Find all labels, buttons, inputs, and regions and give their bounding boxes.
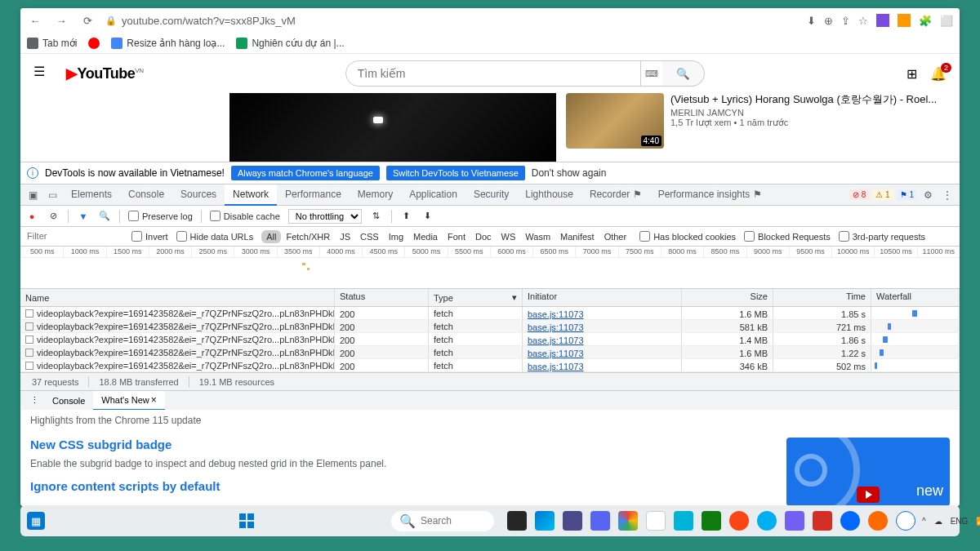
tab-performance-insights-[interactable]: Performance insights ⚑ <box>650 184 770 206</box>
tray-chevron-icon[interactable]: ^ <box>922 517 926 526</box>
whats-new-item2-title[interactable]: Ignore content scripts by default <box>30 479 754 493</box>
reload-button[interactable]: ⟳ <box>79 12 96 29</box>
taskbar-app-3[interactable] <box>646 511 666 531</box>
more-icon[interactable]: ⋮ <box>938 189 956 201</box>
filter-input[interactable] <box>25 229 123 243</box>
taskbar-app-4[interactable] <box>813 511 832 531</box>
taskbar-app-xbox[interactable] <box>702 511 721 531</box>
forward-button[interactable]: → <box>53 12 69 29</box>
tab-security[interactable]: Security <box>466 184 517 206</box>
clear-icon[interactable]: ⊘ <box>47 210 60 223</box>
taskbar-app-skype[interactable] <box>757 511 777 531</box>
tray-lang[interactable]: ENG <box>951 517 969 526</box>
tab-elements[interactable]: Elements <box>63 184 120 206</box>
dont-show-link[interactable]: Don't show again <box>532 167 607 179</box>
related-title[interactable]: (Vietsub + Lyrics) Horang Suwolga (호랑수월가… <box>670 93 937 106</box>
inspect-icon[interactable]: ▣ <box>24 189 42 201</box>
blocked-cookies-checkbox[interactable]: Has blocked cookies <box>639 231 736 242</box>
network-timeline[interactable]: 500 ms1000 ms1500 ms2000 ms2500 ms3000 m… <box>20 247 960 289</box>
search-input[interactable] <box>345 60 641 87</box>
taskbar-app-teamviewer[interactable] <box>674 511 693 531</box>
request-row[interactable]: videoplayback?expire=1691423582&ei=_r7QZ… <box>20 359 960 372</box>
related-thumbnail[interactable]: 4:40 <box>566 93 664 149</box>
col-size-header[interactable]: Size <box>682 289 773 306</box>
col-type-header[interactable]: Type▾ <box>429 289 523 306</box>
extension-orange-icon[interactable] <box>898 14 911 27</box>
address-bar[interactable]: 🔒 youtube.com/watch?v=sxx8PJks_vM <box>105 15 797 27</box>
filter-chip-doc[interactable]: Doc <box>470 230 497 243</box>
hide-data-urls-checkbox[interactable]: Hide data URLs <box>176 231 254 242</box>
tab-application[interactable]: Application <box>401 184 466 206</box>
share-icon[interactable]: ⇪ <box>841 15 850 27</box>
bookmark-star-icon[interactable]: ☆ <box>858 15 868 27</box>
request-checkbox[interactable] <box>25 309 33 318</box>
taskbar-app-chrome[interactable] <box>618 511 638 531</box>
tab-sources[interactable]: Sources <box>172 184 225 206</box>
devtools-counts[interactable]: ⊘ 8 ⚠ 1 ⚑ 1 <box>849 189 917 200</box>
request-row[interactable]: videoplayback?expire=1691423582&ei=_r7QZ… <box>20 320 960 333</box>
import-icon[interactable]: ⬆ <box>400 210 413 223</box>
tab-whats-new[interactable]: What's New× <box>93 391 164 411</box>
whats-new-video-thumbnail[interactable]: new <box>786 438 950 506</box>
record-icon[interactable]: ● <box>25 210 38 223</box>
filter-chip-js[interactable]: JS <box>335 230 355 243</box>
taskbar-search-input[interactable] <box>421 515 486 527</box>
bookmark-resize[interactable]: Resize ảnh hàng loạ... <box>111 38 225 49</box>
filter-chip-fetchxhr[interactable]: Fetch/XHR <box>281 230 335 243</box>
settings-icon[interactable]: ⚙ <box>919 189 937 201</box>
tray-wifi-icon[interactable]: 📶 <box>976 517 980 526</box>
taskbar-app-5[interactable] <box>868 511 888 531</box>
related-video[interactable]: 4:40 (Vietsub + Lyrics) Horang Suwolga (… <box>566 93 947 162</box>
filter-chip-other[interactable]: Other <box>599 230 632 243</box>
tab-recorder-[interactable]: Recorder ⚑ <box>581 184 650 206</box>
keyboard-icon[interactable]: ⌨ <box>641 60 662 87</box>
request-row[interactable]: videoplayback?expire=1691423582&ei=_r7QZ… <box>20 346 960 359</box>
system-tray[interactable]: ^ ☁ ENG 📶 🔊 🔋 6:5 8/7/ <box>922 512 980 530</box>
tab-console[interactable]: Console <box>120 184 172 206</box>
hamburger-menu-icon[interactable]: ☰ <box>33 64 53 83</box>
taskbar-app-opera[interactable] <box>729 511 749 531</box>
taskbar-app-2[interactable] <box>563 511 582 531</box>
extensions-icon[interactable]: 🧩 <box>919 15 932 27</box>
request-checkbox[interactable] <box>25 322 33 331</box>
taskbar-search[interactable]: 🔍 <box>391 511 494 531</box>
zoom-icon[interactable]: ⊕ <box>824 15 833 27</box>
tab-network[interactable]: Network <box>225 184 277 206</box>
tab-console[interactable]: Console <box>44 393 93 409</box>
filter-chip-css[interactable]: CSS <box>355 230 384 243</box>
search-button[interactable]: 🔍 <box>662 60 705 87</box>
col-name-header[interactable]: Name <box>20 289 335 306</box>
bookmark-tab-moi[interactable]: Tab mới <box>27 38 77 49</box>
window-icon[interactable]: ⬜ <box>940 15 953 27</box>
col-initiator-header[interactable]: Initiator <box>523 289 682 306</box>
third-party-checkbox[interactable]: 3rd-party requests <box>839 231 925 242</box>
filter-icon[interactable]: ▼ <box>77 210 90 223</box>
tray-cloud-icon[interactable]: ☁ <box>934 517 942 526</box>
notifications-icon[interactable]: 🔔2 <box>930 66 947 82</box>
filter-chip-font[interactable]: Font <box>443 230 470 243</box>
taskbar-app-6[interactable] <box>896 511 915 531</box>
always-match-button[interactable]: Always match Chrome's language <box>231 166 380 180</box>
whats-new-item1-title[interactable]: New CSS subgrid badge <box>30 438 754 451</box>
request-checkbox[interactable] <box>25 362 33 370</box>
col-waterfall-header[interactable]: Waterfall <box>871 289 960 306</box>
export-icon[interactable]: ⬇ <box>421 210 434 223</box>
taskbar-app-viber[interactable] <box>785 511 804 531</box>
create-video-icon[interactable]: ⊞ <box>906 66 917 82</box>
bookmark-youtube[interactable] <box>88 38 100 49</box>
filter-chip-manifest[interactable]: Manifest <box>555 230 599 243</box>
throttling-select[interactable]: No throttling <box>288 209 362 224</box>
filter-chip-img[interactable]: Img <box>384 230 408 243</box>
col-status-header[interactable]: Status <box>335 289 429 306</box>
filter-chip-ws[interactable]: WS <box>497 230 521 243</box>
preserve-log-checkbox[interactable]: Preserve log <box>128 211 193 221</box>
invert-checkbox[interactable]: Invert <box>131 231 168 242</box>
drawer-menu-icon[interactable]: ⋮ <box>25 395 44 406</box>
search-icon[interactable]: 🔍 <box>98 210 111 223</box>
switch-language-button[interactable]: Switch DevTools to Vietnamese <box>386 166 525 180</box>
taskbar-app-edge[interactable] <box>535 511 555 531</box>
back-button[interactable]: ← <box>27 12 43 29</box>
taskbar-app-1[interactable] <box>507 511 527 531</box>
youtube-logo[interactable]: ▶YouTubeVN <box>66 64 143 82</box>
related-channel[interactable]: MERLIN JAMCYN <box>670 108 937 118</box>
